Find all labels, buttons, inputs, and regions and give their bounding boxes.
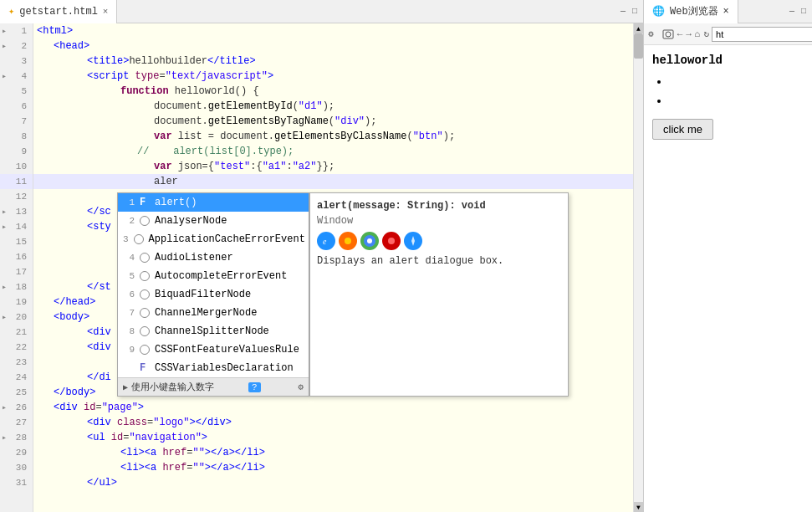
item-label-10: CSSVariablesDeclaration [155, 362, 304, 374]
code-line-31: </ul> [33, 475, 633, 490]
code-line-9: // alert(list[0].type); [33, 144, 633, 159]
scroll-down-arrow[interactable]: ▼ [634, 502, 643, 512]
object-icon-8 [140, 326, 150, 336]
editor-tab-icon: ✦ [8, 5, 14, 18]
browser-tab-bar: 🌐 Web浏览器 × — □ [644, 0, 812, 23]
info-popup: alert(message: String): void Window e [309, 192, 569, 397]
autocomplete-item-1[interactable]: 1 F alert() [118, 193, 309, 212]
editor-tab-close[interactable]: × [103, 7, 109, 17]
autocomplete-item-4[interactable]: 4 AudioListener [118, 248, 309, 267]
item-label-8: ChannelSplitterNode [155, 325, 304, 337]
safari-icon [404, 232, 422, 250]
line-num-5: 5 [0, 84, 33, 99]
line-num-3: 3 [0, 54, 33, 69]
object-icon-3 [134, 234, 144, 244]
scroll-up-arrow[interactable]: ▲ [634, 23, 643, 33]
code-line-1: <html> [33, 23, 633, 38]
item-num-1: 1 [123, 197, 135, 207]
scroll-thumb[interactable] [634, 33, 643, 59]
svg-point-7 [388, 238, 395, 244]
line-num-14: ▸14 [0, 219, 33, 234]
browser-tab-close[interactable]: × [723, 6, 729, 18]
code-line-11: aler [33, 174, 633, 189]
firefox-icon [339, 232, 357, 250]
code-line-5: function helloworld() { [33, 84, 633, 99]
autocomplete-item-8[interactable]: 8 ChannelSplitterNode [118, 322, 309, 340]
svg-point-3 [345, 238, 351, 244]
object-icon-6 [140, 289, 150, 300]
code-line-3: <title>hellohbuilder</title> [33, 54, 633, 69]
code-line-30: <li><a href=""></a></li> [33, 460, 633, 475]
ie-icon: e [317, 232, 335, 250]
autocomplete-item-6[interactable]: 6 BiquadFilterNode [118, 285, 309, 304]
browser-refresh-btn[interactable]: ↻ [702, 26, 710, 43]
browser-screenshot-btn[interactable] [661, 26, 675, 43]
item-num-6: 6 [123, 289, 135, 300]
browser-back-btn[interactable]: ← [677, 26, 684, 43]
item-label-1: alert() [155, 197, 304, 208]
editor-tab-title: getstart.html [19, 6, 98, 18]
autocomplete-item-3[interactable]: 3 ApplicationCacheErrorEvent [118, 230, 309, 248]
browser-heading: helloworld [652, 54, 804, 67]
click-me-button[interactable]: click me [652, 119, 713, 140]
footer-gear-icon[interactable]: ⚙ [298, 381, 304, 392]
code-line-27: <div class="logo"></div> [33, 415, 633, 430]
item-label-3: ApplicationCacheErrorEvent [149, 233, 305, 245]
browser-settings-btn[interactable]: ⚙ [647, 26, 655, 43]
autocomplete-list[interactable]: 1 F alert() 2 AnalyserNode 3 Application… [117, 192, 309, 397]
line-num-24: 24 [0, 370, 33, 385]
code-line-6: document.getElementById("d1"); [33, 99, 633, 114]
item-label-2: AnalyserNode [155, 215, 304, 227]
code-line-2: <head> [33, 38, 633, 54]
item-num-3: 3 [123, 234, 129, 244]
line-num-23: 23 [0, 355, 33, 370]
item-label-4: AudioListener [155, 252, 304, 264]
opera-icon [382, 232, 401, 250]
code-line-28: <ul id="navigation"> [33, 430, 633, 445]
browser-tab-title: Web浏览器 [670, 4, 718, 18]
browser-minimize-btn[interactable]: — [787, 7, 797, 16]
autocomplete-item-7[interactable]: 7 ChannelMergerNode [118, 304, 309, 322]
editor-content: ▸1 ▸2 3 ▸4 5 6 7 8 9 10 11 12 ▸13 ▸14 15… [0, 23, 643, 512]
line-num-25: 25 [0, 385, 33, 400]
line-num-2: ▸2 [0, 38, 33, 54]
info-desc: Displays an alert dialogue box. [317, 255, 561, 267]
item-num-5: 5 [123, 271, 135, 281]
editor-minimize-btn[interactable]: — [618, 7, 628, 16]
browser-forward-btn[interactable]: → [685, 26, 692, 43]
code-line-4: <script type="text/javascript"> [33, 69, 633, 84]
function-icon-10: F [140, 362, 150, 374]
item-num-8: 8 [123, 326, 135, 336]
object-icon-7 [140, 308, 150, 318]
autocomplete-item-5[interactable]: 5 AutocompleteErrorEvent [118, 267, 309, 285]
line-num-20: ▸20 [0, 310, 33, 325]
autocomplete-item-10[interactable]: F CSSVariablesDeclaration [118, 359, 309, 377]
info-browser-icons: e [317, 232, 561, 250]
editor-title-buttons: — □ [618, 7, 643, 16]
line-num-27: 27 [0, 415, 33, 430]
scroll-track[interactable] [634, 33, 643, 502]
code-line-29: <li><a href=""></a></li> [33, 445, 633, 460]
editor-maximize-btn[interactable]: □ [630, 7, 640, 16]
autocomplete-container: 1 F alert() 2 AnalyserNode 3 Application… [117, 192, 569, 397]
autocomplete-item-2[interactable]: 2 AnalyserNode [118, 212, 309, 230]
browser-panel: 🌐 Web浏览器 × — □ ⚙ ← → ⌂ ↻ helloworld clic… [644, 0, 812, 512]
autocomplete-item-9[interactable]: 9 CSSFontFeatureValuesRule [118, 340, 309, 359]
code-line-7: document.getElementsByTagName("div"); [33, 114, 633, 129]
editor-scrollbar[interactable]: ▲ ▼ [633, 23, 643, 512]
footer-arrow-icon: ▶ [123, 382, 128, 392]
browser-address-bar[interactable] [712, 27, 812, 42]
footer-help-icon[interactable]: ? [248, 382, 261, 392]
code-line-10: var json={"test":{"a1":"a2"}}; [33, 159, 633, 174]
info-signature: alert(message: String): void [317, 200, 561, 212]
svg-text:e: e [323, 237, 327, 246]
editor-tab-bar: ✦ getstart.html × — □ [0, 0, 643, 23]
svg-point-11 [666, 32, 671, 37]
browser-home-btn[interactable]: ⌂ [694, 26, 702, 43]
chrome-icon [360, 232, 379, 250]
browser-maximize-btn[interactable]: □ [799, 7, 809, 16]
line-num-17: 17 [0, 264, 33, 279]
editor-tab[interactable]: ✦ getstart.html × [0, 0, 117, 23]
code-line-26: <div id="page"> [33, 400, 633, 415]
browser-tab[interactable]: 🌐 Web浏览器 × [644, 0, 738, 23]
